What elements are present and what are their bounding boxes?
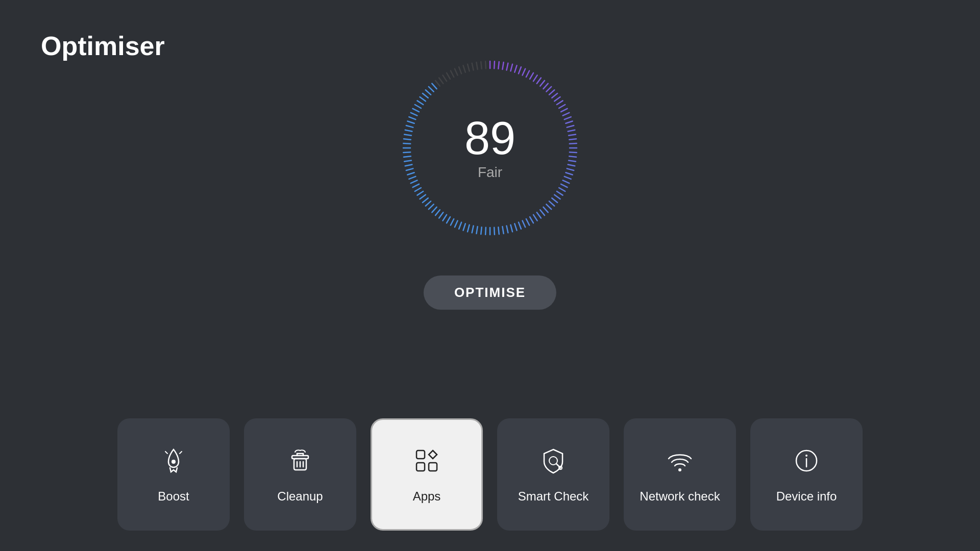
svg-line-78 <box>420 195 425 199</box>
svg-line-5 <box>510 64 512 71</box>
svg-line-29 <box>570 143 577 144</box>
svg-line-109 <box>443 75 447 81</box>
svg-line-111 <box>451 71 454 77</box>
svg-line-16 <box>549 90 554 94</box>
svg-line-119 <box>485 61 486 68</box>
svg-line-12 <box>537 78 541 83</box>
svg-line-31 <box>570 152 577 153</box>
svg-rect-127 <box>416 463 425 471</box>
cleanup-label: Cleanup <box>277 489 323 504</box>
svg-line-79 <box>417 191 423 195</box>
svg-line-19 <box>557 101 563 105</box>
svg-line-48 <box>537 212 541 218</box>
apps-label: Apps <box>413 489 441 504</box>
svg-line-114 <box>463 65 465 72</box>
svg-line-26 <box>568 130 575 132</box>
svg-line-57 <box>502 227 503 234</box>
svg-line-1 <box>494 61 495 68</box>
svg-line-103 <box>423 93 428 98</box>
svg-line-95 <box>406 126 413 128</box>
svg-point-132 <box>678 468 681 471</box>
smart-check-card[interactable]: Smart Check <box>497 418 609 531</box>
svg-line-82 <box>411 180 418 183</box>
svg-line-23 <box>565 117 571 119</box>
svg-line-34 <box>568 164 575 166</box>
svg-line-17 <box>552 93 557 98</box>
svg-line-87 <box>404 160 411 161</box>
svg-line-13 <box>540 81 545 86</box>
svg-line-52 <box>522 221 525 228</box>
svg-line-8 <box>522 69 525 76</box>
svg-line-65 <box>468 225 470 232</box>
svg-line-77 <box>423 198 428 203</box>
optimise-button[interactable]: OPTIMISE <box>424 276 556 310</box>
svg-line-74 <box>432 207 436 212</box>
svg-line-107 <box>435 81 440 86</box>
svg-line-76 <box>426 201 431 206</box>
network-check-card[interactable]: Network check <box>624 418 736 531</box>
svg-line-39 <box>561 184 567 187</box>
svg-line-72 <box>439 212 443 218</box>
svg-line-106 <box>432 84 436 89</box>
boost-card[interactable]: Boost <box>117 418 230 531</box>
svg-line-35 <box>567 168 574 170</box>
svg-line-33 <box>569 160 576 161</box>
svg-line-88 <box>404 156 411 157</box>
svg-rect-126 <box>416 450 425 459</box>
svg-line-81 <box>413 184 419 187</box>
cleanup-card[interactable]: Cleanup <box>244 418 356 531</box>
svg-line-11 <box>533 75 537 81</box>
svg-line-115 <box>468 64 470 71</box>
svg-line-101 <box>417 101 423 105</box>
svg-line-117 <box>476 62 477 69</box>
svg-line-9 <box>526 71 529 77</box>
svg-line-73 <box>435 210 440 215</box>
device-info-card[interactable]: Device info <box>750 418 863 531</box>
svg-line-93 <box>404 134 411 135</box>
svg-line-40 <box>559 188 565 191</box>
svg-line-98 <box>411 113 418 116</box>
svg-line-63 <box>476 227 477 234</box>
smart-check-icon <box>538 445 569 480</box>
svg-line-24 <box>566 121 572 123</box>
svg-line-89 <box>403 152 410 153</box>
svg-line-37 <box>565 177 571 179</box>
svg-line-99 <box>413 109 419 112</box>
svg-line-84 <box>407 172 414 174</box>
svg-line-68 <box>455 221 458 228</box>
device-info-icon <box>791 445 822 480</box>
svg-line-42 <box>554 195 560 199</box>
svg-line-49 <box>533 215 537 221</box>
svg-line-108 <box>439 78 443 83</box>
svg-line-113 <box>459 67 461 73</box>
svg-line-10 <box>530 73 533 79</box>
svg-line-21 <box>561 109 567 112</box>
svg-line-15 <box>546 87 551 92</box>
svg-line-69 <box>451 219 454 225</box>
apps-card[interactable]: Apps <box>371 418 483 531</box>
svg-line-102 <box>420 97 425 101</box>
svg-point-120 <box>172 460 176 464</box>
svg-line-27 <box>569 134 576 135</box>
cleanup-icon <box>285 445 315 480</box>
svg-line-20 <box>559 105 565 108</box>
svg-line-43 <box>552 198 557 203</box>
svg-line-86 <box>405 164 412 166</box>
boost-icon <box>158 445 189 480</box>
svg-line-97 <box>409 117 415 119</box>
svg-line-18 <box>554 97 560 101</box>
svg-line-46 <box>543 207 548 212</box>
svg-line-7 <box>519 67 521 73</box>
device-info-label: Device info <box>776 489 837 504</box>
svg-line-61 <box>485 228 486 235</box>
svg-line-14 <box>543 84 548 89</box>
svg-line-25 <box>567 126 574 128</box>
svg-point-135 <box>805 455 807 457</box>
svg-line-83 <box>409 177 415 179</box>
svg-line-32 <box>569 156 576 157</box>
network-check-label: Network check <box>640 489 720 504</box>
svg-line-28 <box>569 139 576 139</box>
network-icon <box>665 445 695 480</box>
svg-line-50 <box>530 217 533 223</box>
svg-line-110 <box>447 73 450 79</box>
